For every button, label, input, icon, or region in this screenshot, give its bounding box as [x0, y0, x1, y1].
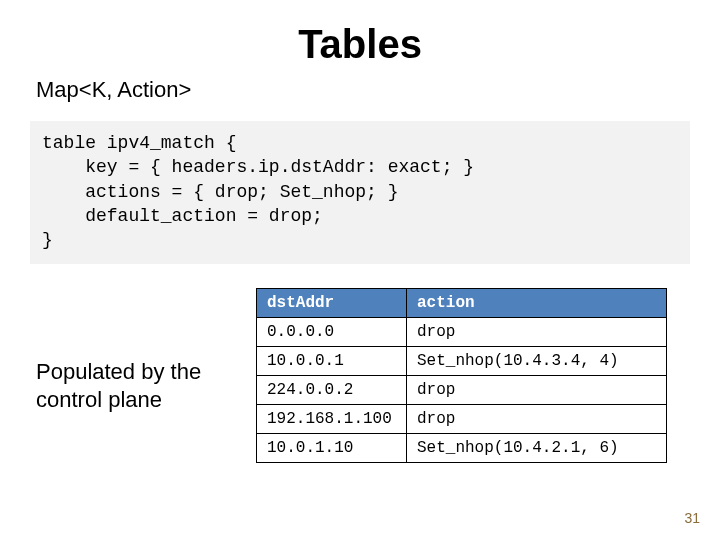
slide-title: Tables [30, 22, 690, 67]
table-header-row: dstAddr action [257, 289, 667, 318]
code-block: table ipv4_match { key = { headers.ip.ds… [30, 121, 690, 264]
col-header-action: action [407, 289, 667, 318]
match-table: dstAddr action 0.0.0.0 drop 10.0.0.1 Set… [256, 288, 667, 463]
cell-dstaddr: 10.0.1.10 [257, 434, 407, 463]
cell-dstaddr: 192.168.1.100 [257, 405, 407, 434]
cell-action: Set_nhop(10.4.2.1, 6) [407, 434, 667, 463]
cell-action: drop [407, 376, 667, 405]
table-row: 10.0.0.1 Set_nhop(10.4.3.4, 4) [257, 347, 667, 376]
page-number: 31 [684, 510, 700, 526]
table-row: 0.0.0.0 drop [257, 318, 667, 347]
cell-action: Set_nhop(10.4.3.4, 4) [407, 347, 667, 376]
table-row: 224.0.0.2 drop [257, 376, 667, 405]
cell-dstaddr: 224.0.0.2 [257, 376, 407, 405]
cell-action: drop [407, 318, 667, 347]
table-caption: Populated by the control plane [36, 358, 236, 413]
table-row: 192.168.1.100 drop [257, 405, 667, 434]
col-header-dstaddr: dstAddr [257, 289, 407, 318]
slide: Tables Map<K, Action> table ipv4_match {… [0, 0, 720, 540]
slide-subtitle: Map<K, Action> [36, 77, 690, 103]
cell-dstaddr: 10.0.0.1 [257, 347, 407, 376]
cell-action: drop [407, 405, 667, 434]
cell-dstaddr: 0.0.0.0 [257, 318, 407, 347]
content-row: Populated by the control plane dstAddr a… [30, 288, 690, 463]
table-row: 10.0.1.10 Set_nhop(10.4.2.1, 6) [257, 434, 667, 463]
